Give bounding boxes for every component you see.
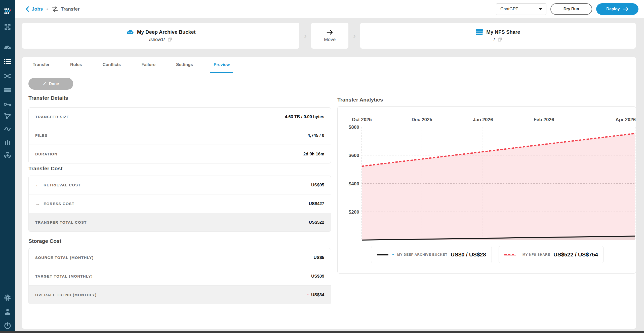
sidebar-item-analytics[interactable] <box>0 140 15 145</box>
network-share-icon <box>4 113 11 119</box>
row-label: FILES <box>35 133 48 138</box>
back-to-jobs-link[interactable]: Jobs <box>25 6 43 12</box>
sidebar-item-activity[interactable] <box>0 126 15 132</box>
tab-settings[interactable]: Settings <box>173 57 196 73</box>
copy-icon[interactable] <box>497 37 502 42</box>
transfer-analytics-card: Oct 2025Dec 2025Jan 2026Feb 2026Apr 2026… <box>337 106 636 274</box>
sidebar-item-replication[interactable] <box>0 152 15 159</box>
sidebar-item-storage[interactable] <box>0 87 15 92</box>
chart-legend: MY DEEP ARCHIVE BUCKET US$0 / US$28 MY N… <box>371 246 603 263</box>
sidebar-item-workflows[interactable] <box>0 74 15 79</box>
sidebar-item-mobility[interactable] <box>0 23 15 30</box>
table-row: TARGET TOTAL (MONTHLY) US$39 <box>29 267 331 285</box>
done-label: Done <box>49 82 59 86</box>
dry-run-label: Dry Run <box>564 7 579 11</box>
mobility-arrows-icon <box>4 23 11 30</box>
key-icon <box>4 102 11 106</box>
top-header: Jobs • Transfer ChatGPT Dry Run Deploy <box>15 0 644 18</box>
sidebar-item-network[interactable] <box>0 113 15 119</box>
operation-label: Move <box>324 37 336 42</box>
legend-value: US$522 / US$754 <box>553 251 598 258</box>
app-logo[interactable] <box>0 8 15 15</box>
row-label: TRANSFER SIZE <box>35 115 69 119</box>
sidebar-item-logout[interactable] <box>0 322 15 329</box>
check-icon: ✓ <box>43 81 46 86</box>
move-arrow-icon <box>326 29 333 35</box>
row-label: ← RETRIEVAL COST <box>35 182 81 188</box>
transfer-details-title: Transfer Details <box>28 95 68 101</box>
table-row: SOURCE TOTAL (MONTHLY) US$5 <box>29 248 331 267</box>
sidebar-item-account[interactable] <box>0 308 15 315</box>
dry-run-button[interactable]: Dry Run <box>550 3 592 15</box>
tab-failure[interactable]: Failure <box>138 57 159 73</box>
deploy-label: Deploy <box>606 7 620 11</box>
source-name: My Deep Archive Bucket <box>137 29 196 35</box>
logo-dots-icon <box>4 8 11 15</box>
tab-preview[interactable]: Preview <box>210 57 233 73</box>
row-value: US$95 <box>311 183 324 188</box>
storage-card-icon <box>4 87 11 92</box>
shuffle-icon <box>4 74 11 79</box>
row-label: OVERALL TREND (MONTHLY) <box>35 293 97 297</box>
row-value: ↑ US$34 <box>307 292 324 298</box>
legend-item-source[interactable]: MY DEEP ARCHIVE BUCKET US$0 / US$28 <box>371 246 492 263</box>
solid-line-swatch <box>377 254 388 255</box>
source-path-row: /show1/ <box>149 37 172 42</box>
transfer-cost-table: ← RETRIEVAL COST US$95 → EGRESS COST US$… <box>28 176 331 232</box>
svg-text:$800: $800 <box>349 124 359 130</box>
dashed-line-swatch <box>504 254 516 255</box>
operation-card[interactable]: Move <box>311 23 348 49</box>
app-root: Jobs • Transfer ChatGPT Dry Run Deploy <box>0 0 644 333</box>
gauge-icon <box>4 45 11 49</box>
legend-label: MY DEEP ARCHIVE BUCKET <box>397 253 447 256</box>
arrow-right-icon: → <box>35 201 41 207</box>
table-row: DURATION 2d 9h 16m <box>29 145 331 163</box>
source-endpoint-card[interactable]: My Deep Archive Bucket /show1/ <box>22 23 299 49</box>
table-row: TRANSFER SIZE 4.63 TB / 0.00 bytes <box>29 108 331 126</box>
sidebar-divider <box>4 37 11 37</box>
target-name: My NFS Share <box>486 29 520 35</box>
pulse-icon <box>4 126 11 132</box>
sidebar-item-dashboard[interactable] <box>0 45 15 49</box>
deploy-button[interactable]: Deploy <box>596 3 638 15</box>
row-value: US$39 <box>311 274 324 279</box>
sidebar-item-settings[interactable] <box>0 294 15 302</box>
copy-icon[interactable] <box>167 37 172 42</box>
row-label: TARGET TOTAL (MONTHLY) <box>35 274 93 278</box>
target-path: / <box>494 37 495 42</box>
transfer-details-table: TRANSFER SIZE 4.63 TB / 0.00 bytes FILES… <box>28 107 331 163</box>
window-bottom-edge <box>0 331 644 333</box>
sidebar-item-credentials[interactable] <box>0 102 15 106</box>
chevron-right-icon: › <box>348 23 360 49</box>
row-label: SOURCE TOTAL (MONTHLY) <box>35 255 94 260</box>
arrow-left-icon: ← <box>35 182 41 188</box>
target-name-row: My NFS Share <box>476 29 520 35</box>
row-value: 2d 9h 16m <box>303 152 324 157</box>
source-name-row: My Deep Archive Bucket <box>126 29 196 35</box>
svg-text:Oct 2025: Oct 2025 <box>352 117 372 122</box>
legend-item-target[interactable]: MY NFS SHARE US$522 / US$754 <box>499 246 603 263</box>
row-value: 4.63 TB / 0.00 bytes <box>285 114 324 119</box>
row-label-text: RETRIEVAL COST <box>44 183 81 187</box>
bar-chart-icon <box>5 140 11 145</box>
svg-text:$600: $600 <box>349 153 359 158</box>
transfer-analytics-title: Transfer Analytics <box>337 97 383 103</box>
table-row: → EGRESS COST US$427 <box>29 194 331 213</box>
preset-select[interactable]: ChatGPT <box>496 3 546 15</box>
tab-rules[interactable]: Rules <box>67 57 85 73</box>
breadcrumb: Jobs • Transfer <box>25 6 79 12</box>
transfer-cost-title: Transfer Cost <box>28 165 62 172</box>
tab-transfer[interactable]: Transfer <box>29 57 53 73</box>
power-icon <box>4 322 11 329</box>
header-controls: ChatGPT Dry Run Deploy <box>496 3 638 15</box>
row-value: US$522 <box>309 220 324 225</box>
cloud-bucket-icon <box>392 252 394 257</box>
list-icon <box>4 59 11 64</box>
tab-conflicts[interactable]: Conflicts <box>99 57 124 73</box>
endpoint-row: My Deep Archive Bucket /show1/ › Move › <box>22 23 636 49</box>
tab-bar: Transfer Rules Conflicts Failure Setting… <box>22 57 636 73</box>
target-endpoint-card[interactable]: My NFS Share / <box>360 23 636 49</box>
done-button[interactable]: ✓ Done <box>28 78 73 90</box>
transfer-arrows-icon <box>52 6 58 12</box>
sidebar-item-jobs[interactable] <box>0 59 15 64</box>
